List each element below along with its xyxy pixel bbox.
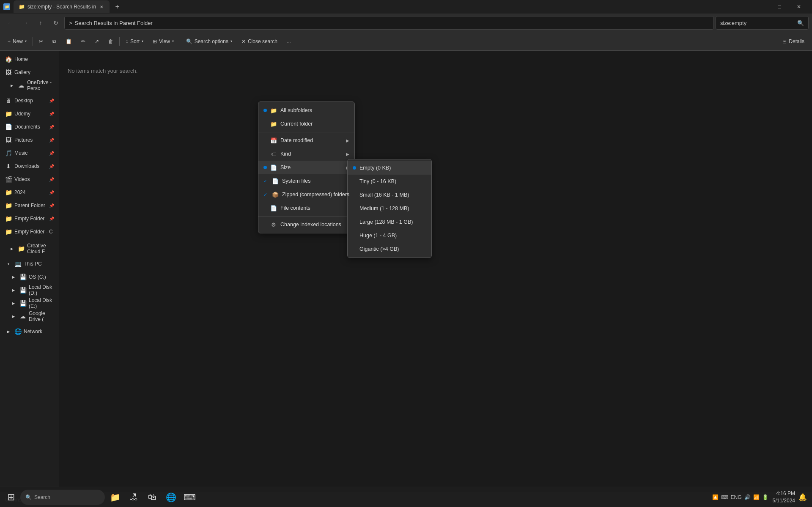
- taskbar-app-beach[interactable]: 🏖: [125, 489, 142, 506]
- change-indexed-icon: ⚙: [270, 222, 277, 228]
- rename-icon: ✏: [81, 38, 85, 44]
- submenu-item-medium[interactable]: Medium (1 - 128 MB): [348, 202, 431, 215]
- clock-date: 5/11/2024: [773, 497, 795, 504]
- sort-button[interactable]: ↕ Sort ▾: [121, 35, 148, 48]
- keyboard-icon[interactable]: ⌨: [721, 494, 728, 500]
- sidebar-item-gallery[interactable]: 🖼 Gallery: [2, 66, 58, 79]
- refresh-button[interactable]: ↻: [49, 16, 63, 30]
- back-button[interactable]: ←: [3, 16, 17, 30]
- taskbar-search[interactable]: 🔍 Search: [20, 490, 105, 505]
- details-button[interactable]: ⊟ Details: [778, 35, 809, 48]
- close-button[interactable]: ✕: [789, 0, 809, 14]
- menu-item-all-subfolders[interactable]: 📁 All subfolders: [258, 104, 354, 117]
- menu-item-file-contents[interactable]: 📄 File contents: [258, 201, 354, 215]
- sidebar-item-documents[interactable]: 📄 Documents 📌: [2, 121, 58, 133]
- sidebar-item-music[interactable]: 🎵 Music 📌: [2, 147, 58, 159]
- delete-button[interactable]: 🗑: [104, 35, 118, 48]
- share-button[interactable]: ↗: [91, 35, 103, 48]
- sidebar-item-downloads[interactable]: ⬇ Downloads 📌: [2, 160, 58, 173]
- sort-label: Sort: [130, 38, 140, 44]
- more-button[interactable]: ...: [283, 35, 295, 48]
- new-tab-button[interactable]: +: [111, 1, 123, 13]
- content-area: No items match your search. 📁 All subfol…: [59, 51, 812, 492]
- taskbar-sys-icons: 🔼 ⌨ ENG 🔊 📶 🔋: [710, 494, 771, 500]
- sidebar-item-os-c[interactable]: ▶ 💾 OS (C:): [2, 271, 58, 283]
- submenu-item-empty[interactable]: Empty (0 KB): [348, 161, 431, 175]
- cut-button[interactable]: ✂: [35, 35, 47, 48]
- sidebar-item-creative-cloud[interactable]: ▶ 📁 Creative Cloud F: [2, 242, 58, 255]
- sidebar-item-empty-folder[interactable]: 📁 Empty Folder 📌: [2, 212, 58, 225]
- language-indicator[interactable]: ENG: [731, 494, 742, 500]
- paste-button[interactable]: 📋: [61, 35, 76, 48]
- sidebar-item-videos[interactable]: 🎬 Videos 📌: [2, 173, 58, 186]
- taskbar-app-store[interactable]: 🛍: [144, 489, 161, 506]
- active-tab[interactable]: 📁 size:empty - Search Results in ✕: [14, 0, 110, 13]
- sidebar-label-creative-cloud: Creative Cloud F: [27, 243, 54, 255]
- wifi-icon[interactable]: 📶: [753, 494, 760, 500]
- zipped-folders-label: Zipped (compressed) folders: [282, 192, 349, 197]
- sidebar-item-local-d[interactable]: ▶ 💾 Local Disk (D:): [2, 284, 58, 296]
- sidebar-item-pictures[interactable]: 🖼 Pictures 📌: [2, 134, 58, 146]
- menu-item-zipped-folders[interactable]: ✓ 📦 Zipped (compressed) folders: [258, 188, 354, 201]
- system-files-label: System files: [282, 178, 310, 184]
- maximize-button[interactable]: □: [770, 0, 789, 14]
- store-icon: 🛍: [148, 492, 156, 502]
- sidebar-item-udemy[interactable]: 📁 Udemy 📌: [2, 107, 58, 120]
- menu-item-change-indexed[interactable]: ⚙ Change indexed locations: [258, 218, 354, 231]
- sidebar-item-google-drive[interactable]: ▶ ☁ Google Drive (: [2, 310, 58, 323]
- kind-label: Kind: [280, 151, 291, 157]
- taskbar-app-terminal[interactable]: ⌨: [181, 489, 198, 506]
- notification-icon[interactable]: 🔔: [797, 493, 809, 501]
- menu-item-date-modified[interactable]: 📅 Date modified ▶: [258, 134, 354, 147]
- check-zipped-folders: ✓: [263, 192, 269, 197]
- submenu-item-tiny[interactable]: Tiny (0 - 16 KB): [348, 175, 431, 188]
- sidebar-item-this-pc[interactable]: ▾ 💻 This PC: [2, 258, 58, 270]
- submenu-item-huge[interactable]: Huge (1 - 4 GB): [348, 229, 431, 242]
- submenu-item-large[interactable]: Large (128 MB - 1 GB): [348, 215, 431, 229]
- sidebar-item-local-e[interactable]: ▶ 💾 Local Disk (E:): [2, 297, 58, 310]
- toolbar-separator-2: [119, 37, 120, 46]
- new-arrow: ▾: [25, 39, 27, 43]
- copy-button[interactable]: ⧉: [48, 35, 60, 48]
- new-button[interactable]: + New ▾: [3, 35, 31, 48]
- sidebar-item-parent-folder[interactable]: 📁 Parent Folder 📌: [2, 199, 58, 212]
- up-button[interactable]: ↑: [34, 16, 47, 30]
- forward-button[interactable]: →: [19, 16, 32, 30]
- tab-bar: 📁 size:empty - Search Results in ✕ +: [14, 0, 123, 14]
- taskbar-clock[interactable]: 4:16 PM 5/11/2024: [773, 490, 795, 504]
- battery-icon[interactable]: 🔋: [762, 494, 768, 500]
- taskbar-right: 🔼 ⌨ ENG 🔊 📶 🔋 4:16 PM 5/11/2024 🔔: [710, 490, 809, 504]
- close-search-button[interactable]: ✕ Close search: [237, 35, 282, 48]
- menu-item-kind[interactable]: 🏷 Kind ▶: [258, 147, 354, 161]
- sidebar-item-empty-folder-c[interactable]: 📁 Empty Folder - C: [2, 225, 58, 238]
- sidebar-label-onedrive: OneDrive - Persc: [27, 79, 54, 91]
- main-layout: 🏠 Home 🖼 Gallery ▶ ☁ OneDrive - Persc 🖥 …: [0, 51, 812, 492]
- empty-folder-c-icon: 📁: [5, 228, 12, 235]
- volume-icon[interactable]: 🔊: [744, 494, 751, 500]
- sidebar-item-onedrive[interactable]: ▶ ☁ OneDrive - Persc: [2, 79, 58, 92]
- search-bar[interactable]: size:empty 🔍: [716, 16, 809, 30]
- search-options-button[interactable]: 🔍 Search options ▾: [182, 35, 236, 48]
- address-bar[interactable]: > Search Results in Parent Folder: [64, 16, 714, 30]
- sidebar-item-2024[interactable]: 📁 2024 📌: [2, 186, 58, 199]
- minimize-button[interactable]: ─: [750, 0, 770, 14]
- show-hidden-icon[interactable]: 🔼: [712, 494, 719, 500]
- taskbar-app-chrome[interactable]: 🌐: [162, 489, 179, 506]
- view-button[interactable]: ⊞ View ▾: [148, 35, 178, 48]
- local-d-icon: 💾: [19, 287, 26, 293]
- sidebar-item-network[interactable]: ▶ 🌐 Network: [2, 325, 58, 338]
- rename-button[interactable]: ✏: [77, 35, 90, 48]
- sidebar-item-desktop[interactable]: 🖥 Desktop 📌: [2, 94, 58, 107]
- details-label: Details: [789, 38, 804, 44]
- start-button[interactable]: ⊞: [3, 490, 19, 505]
- menu-item-size[interactable]: 📄 Size ▶ Empty (0 KB) Tiny (0 - 16 KB): [258, 161, 354, 174]
- submenu-item-gigantic[interactable]: Gigantic (>4 GB): [348, 242, 431, 256]
- taskbar-app-file-explorer[interactable]: 📁: [107, 489, 123, 506]
- sidebar-label-local-d: Local Disk (D:): [29, 284, 54, 296]
- tab-close-button[interactable]: ✕: [99, 4, 104, 10]
- submenu-item-small[interactable]: Small (16 KB - 1 MB): [348, 188, 431, 202]
- menu-item-system-files[interactable]: ✓ 📄 System files: [258, 174, 354, 188]
- date-modified-label: Date modified: [280, 137, 313, 143]
- menu-item-current-folder[interactable]: 📁 Current folder: [258, 117, 354, 131]
- sidebar-item-home[interactable]: 🏠 Home: [2, 53, 58, 66]
